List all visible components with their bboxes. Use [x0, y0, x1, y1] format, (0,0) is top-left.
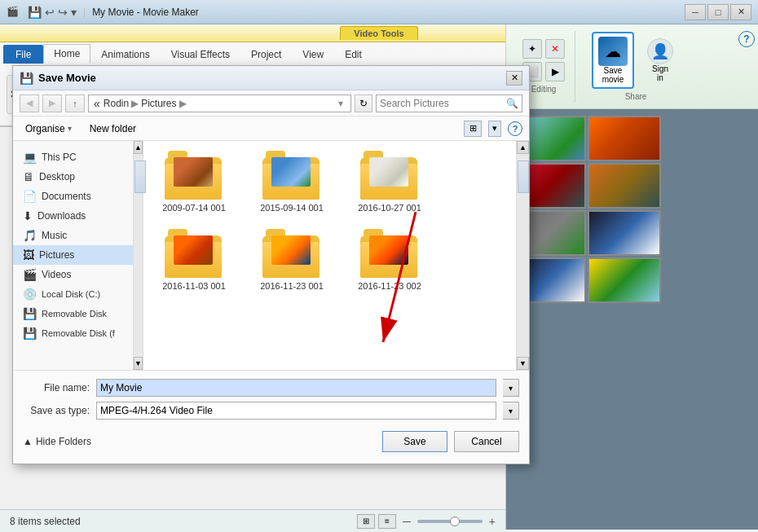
breadcrumb-dropdown[interactable]: ▾	[338, 98, 343, 109]
sidebar-item-localdisk[interactable]: 💿 Local Disk (C:)	[13, 284, 133, 304]
nav-forward-button[interactable]: ▶	[42, 95, 62, 112]
folder-item-3[interactable]: 2016-10-27 001	[349, 151, 430, 213]
view-toggle-button[interactable]: ⊞	[464, 121, 482, 137]
help-icon-right[interactable]: ?	[738, 31, 755, 47]
thispc-icon: 💻	[23, 151, 37, 164]
edit-btn-2[interactable]: ✕	[545, 39, 565, 59]
documents-icon: 📄	[23, 190, 37, 203]
folder-thumb-3	[369, 157, 408, 187]
filename-dropdown[interactable]: ▾	[503, 379, 519, 397]
cancel-button[interactable]: Cancel	[454, 431, 519, 452]
sidebar-scroll-track[interactable]	[134, 154, 143, 357]
save-dialog: 💾 Save Movie ✕ ◀ ▶ ↑ « Rodin ▶ Pictures …	[12, 65, 530, 464]
folder-tab-3	[364, 151, 383, 157]
sidebar-item-desktop[interactable]: 🖥 Desktop	[13, 167, 133, 187]
thumbnails-panel[interactable]	[506, 109, 758, 530]
file-scroll-thumb[interactable]	[518, 160, 529, 193]
window-title: My Movie - Movie Maker	[92, 7, 685, 18]
window-controls: ─ □ ✕	[685, 4, 751, 20]
new-folder-button[interactable]: New folder	[84, 121, 142, 137]
edit-btn-1[interactable]: ✦	[522, 39, 542, 59]
folder-label-2: 2015-09-14 001	[260, 203, 324, 213]
dialog-close-button[interactable]: ✕	[506, 71, 522, 86]
tab-home[interactable]: Home	[43, 44, 90, 64]
thumbnail-8[interactable]	[588, 257, 661, 303]
sidebar-item-removable2[interactable]: 💾 Removable Disk (f	[13, 323, 133, 343]
zoom-in-button[interactable]: +	[489, 515, 496, 528]
folder-item-4[interactable]: 2016-11-03 001	[153, 229, 235, 291]
file-area-scrollbar[interactable]: ▲ ▼	[516, 141, 529, 370]
maximize-button[interactable]: □	[707, 4, 729, 20]
tab-edit[interactable]: Edit	[334, 45, 372, 64]
thumb-row-4	[513, 257, 751, 303]
hide-folders-button[interactable]: ▲ Hide Folders	[23, 436, 91, 447]
sidebar-scrollbar[interactable]: ▲ ▼	[133, 141, 143, 370]
thumbnail-6[interactable]	[588, 210, 661, 256]
new-folder-label: New folder	[90, 123, 136, 134]
view-btn-list[interactable]: ≡	[378, 514, 396, 529]
status-bar: 8 items selected ⊞ ≡ ─ +	[0, 509, 505, 532]
sidebar-item-downloads[interactable]: ⬇ Downloads	[13, 206, 133, 226]
sidebar-scroll-down[interactable]: ▼	[134, 357, 143, 370]
qa-redo[interactable]: ↪	[58, 6, 68, 19]
sidebar-item-thispc[interactable]: 💻 This PC	[13, 147, 133, 167]
edit-btn-4[interactable]: ▶	[545, 62, 565, 81]
tab-visual-effects[interactable]: Visual Effects	[161, 45, 240, 64]
folder-item-5[interactable]: 2016-11-23 001	[251, 229, 333, 291]
folder-label-4: 2016-11-03 001	[162, 281, 226, 291]
quick-access-toolbar: 💾 ↩ ↪ ▾ |	[24, 6, 92, 19]
savetype-dropdown[interactable]: ▾	[503, 402, 519, 420]
sidebar-scroll-up[interactable]: ▲	[134, 141, 143, 154]
filename-input[interactable]	[96, 379, 496, 397]
sidebar-item-music[interactable]: 🎵 Music	[13, 226, 133, 245]
tab-animations[interactable]: Animations	[90, 45, 160, 64]
qa-more[interactable]: ▾	[71, 6, 77, 19]
file-scroll-up[interactable]: ▲	[517, 141, 529, 154]
refresh-button[interactable]: ↻	[355, 95, 372, 112]
organise-button[interactable]: Organise ▾	[20, 121, 77, 137]
save-button[interactable]: Save	[382, 431, 447, 452]
qa-save[interactable]: 💾	[28, 6, 42, 19]
view-toggle-dropdown[interactable]: ▾	[488, 121, 501, 137]
folder-item-1[interactable]: 2009-07-14 001	[153, 151, 235, 213]
close-button[interactable]: ✕	[730, 4, 751, 20]
folder-label-3: 2016-10-27 001	[358, 203, 421, 213]
pictures-icon: 🖼	[23, 248, 34, 262]
breadcrumb[interactable]: « Rodin ▶ Pictures ▶ ▾	[88, 95, 351, 112]
sidebar-scroll-thumb[interactable]	[134, 160, 146, 193]
sidebar-item-pictures[interactable]: 🖼 Pictures	[13, 245, 133, 265]
filename-label: File name:	[23, 382, 90, 394]
tab-view[interactable]: View	[292, 45, 334, 64]
save-movie-button[interactable]: ☁ Save movie	[592, 32, 634, 89]
sidebar-item-removable1[interactable]: 💾 Removable Disk	[13, 304, 133, 323]
folder-thumb-1	[174, 157, 213, 187]
thumbnail-2[interactable]	[588, 116, 661, 161]
folder-item-6[interactable]: 2016-11-23 002	[349, 229, 430, 291]
nav-up-button[interactable]: ↑	[65, 95, 85, 112]
qa-undo[interactable]: ↩	[45, 6, 55, 19]
nav-back-button[interactable]: ◀	[20, 95, 39, 112]
folder-icon-1	[165, 151, 223, 200]
tab-project[interactable]: Project	[240, 45, 292, 64]
folder-item-2[interactable]: 2015-09-14 001	[251, 151, 333, 213]
zoom-slider[interactable]	[417, 520, 483, 523]
main-window: 🎬 💾 ↩ ↪ ▾ | My Movie - Movie Maker ─ □ ✕…	[0, 0, 758, 532]
sidebar-item-videos[interactable]: 🎬 Videos	[13, 265, 133, 284]
sign-in-button[interactable]: 👤 Sign in	[641, 35, 680, 86]
removable1-icon: 💾	[23, 307, 37, 320]
dialog-toolbar: Organise ▾ New folder ⊞ ▾ ?	[13, 117, 529, 141]
dialog-help-button[interactable]: ?	[508, 121, 522, 136]
file-scroll-down[interactable]: ▼	[517, 357, 529, 370]
sidebar-item-documents[interactable]: 📄 Documents	[13, 187, 133, 206]
search-input[interactable]	[380, 98, 506, 109]
dialog-title-bar: 💾 Save Movie ✕	[13, 66, 529, 90]
view-btn-grid[interactable]: ⊞	[357, 514, 375, 529]
savetype-row: Save as type: ▾	[23, 402, 519, 420]
tab-file[interactable]: File	[3, 45, 43, 64]
minimize-button[interactable]: ─	[685, 4, 706, 20]
zoom-out-button[interactable]: ─	[403, 515, 411, 528]
file-scroll-track[interactable]	[517, 154, 529, 357]
desktop-label: Desktop	[39, 171, 75, 182]
search-box[interactable]: 🔍	[376, 95, 522, 112]
thumbnail-4[interactable]	[588, 163, 661, 209]
